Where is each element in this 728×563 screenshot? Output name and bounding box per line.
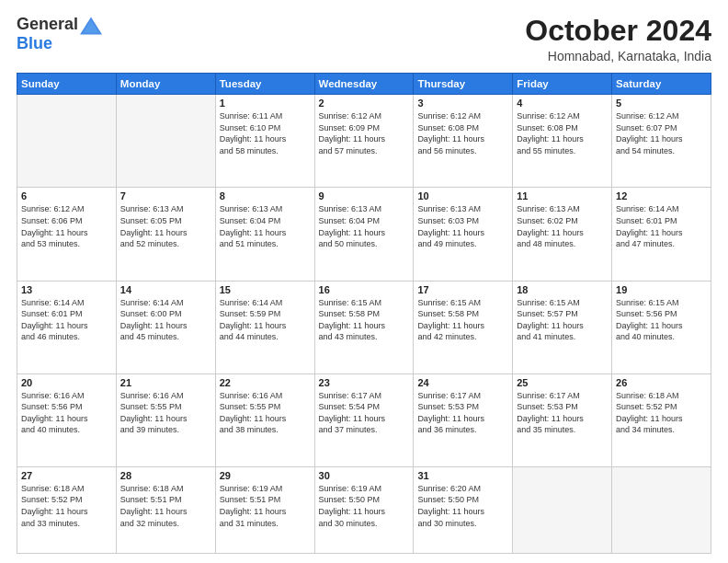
day-info: Sunrise: 6:13 AM Sunset: 6:02 PM Dayligh… [517,203,608,249]
calendar-cell: 19Sunrise: 6:15 AM Sunset: 5:56 PM Dayli… [612,281,711,373]
calendar-cell [116,95,215,188]
day-info: Sunrise: 6:17 AM Sunset: 5:53 PM Dayligh… [417,390,508,436]
calendar-cell: 21Sunrise: 6:16 AM Sunset: 5:55 PM Dayli… [116,373,215,466]
day-number: 12 [616,190,707,201]
day-number: 22 [220,377,311,388]
day-number: 26 [616,377,707,388]
calendar-cell: 28Sunrise: 6:18 AM Sunset: 5:51 PM Dayli… [116,466,215,553]
weekday-tuesday: Tuesday [215,74,314,95]
location: Homnabad, Karnataka, India [525,49,711,63]
week-row-1: 1Sunrise: 6:11 AM Sunset: 6:10 PM Daylig… [17,95,711,188]
day-info: Sunrise: 6:18 AM Sunset: 5:52 PM Dayligh… [616,390,707,436]
calendar-cell: 11Sunrise: 6:13 AM Sunset: 6:02 PM Dayli… [513,188,612,281]
day-info: Sunrise: 6:17 AM Sunset: 5:54 PM Dayligh… [319,390,410,436]
header: General Blue October 2024 Homnabad, Karn… [17,15,711,63]
day-info: Sunrise: 6:12 AM Sunset: 6:08 PM Dayligh… [517,110,608,156]
calendar-cell: 1Sunrise: 6:11 AM Sunset: 6:10 PM Daylig… [215,95,314,188]
day-number: 8 [220,190,311,201]
day-number: 29 [220,470,311,481]
calendar-cell: 2Sunrise: 6:12 AM Sunset: 6:09 PM Daylig… [314,95,414,188]
calendar-cell: 14Sunrise: 6:14 AM Sunset: 6:00 PM Dayli… [116,281,215,373]
day-info: Sunrise: 6:12 AM Sunset: 6:09 PM Dayligh… [319,110,410,156]
calendar-cell: 24Sunrise: 6:17 AM Sunset: 5:53 PM Dayli… [414,373,513,466]
day-number: 16 [319,284,410,295]
calendar-cell: 29Sunrise: 6:19 AM Sunset: 5:51 PM Dayli… [215,466,314,553]
day-number: 10 [417,190,508,201]
day-number: 24 [417,377,508,388]
calendar-cell: 27Sunrise: 6:18 AM Sunset: 5:52 PM Dayli… [17,466,117,553]
day-number: 11 [517,190,608,201]
calendar-cell: 12Sunrise: 6:14 AM Sunset: 6:01 PM Dayli… [612,188,711,281]
day-number: 3 [417,98,508,109]
calendar-cell: 6Sunrise: 6:12 AM Sunset: 6:06 PM Daylig… [17,188,117,281]
calendar-cell: 5Sunrise: 6:12 AM Sunset: 6:07 PM Daylig… [612,95,711,188]
calendar-cell: 4Sunrise: 6:12 AM Sunset: 6:08 PM Daylig… [513,95,612,188]
logo-blue-text: Blue [17,34,52,52]
day-info: Sunrise: 6:11 AM Sunset: 6:10 PM Dayligh… [220,110,311,156]
week-row-4: 20Sunrise: 6:16 AM Sunset: 5:56 PM Dayli… [17,373,711,466]
day-info: Sunrise: 6:19 AM Sunset: 5:50 PM Dayligh… [319,483,410,529]
page: General Blue October 2024 Homnabad, Karn… [0,0,728,563]
day-number: 14 [120,284,211,295]
calendar-cell: 9Sunrise: 6:13 AM Sunset: 6:04 PM Daylig… [314,188,414,281]
day-info: Sunrise: 6:12 AM Sunset: 6:06 PM Dayligh… [21,203,112,249]
day-info: Sunrise: 6:12 AM Sunset: 6:07 PM Dayligh… [616,110,707,156]
weekday-header-row: SundayMondayTuesdayWednesdayThursdayFrid… [17,74,711,95]
calendar-cell: 31Sunrise: 6:20 AM Sunset: 5:50 PM Dayli… [414,466,513,553]
day-info: Sunrise: 6:15 AM Sunset: 5:57 PM Dayligh… [517,297,608,343]
day-info: Sunrise: 6:16 AM Sunset: 5:55 PM Dayligh… [120,390,211,436]
day-number: 4 [517,98,608,109]
day-info: Sunrise: 6:13 AM Sunset: 6:05 PM Dayligh… [120,203,211,249]
day-info: Sunrise: 6:17 AM Sunset: 5:53 PM Dayligh… [517,390,608,436]
day-number: 31 [417,470,508,481]
day-info: Sunrise: 6:15 AM Sunset: 5:56 PM Dayligh… [616,297,707,343]
calendar-cell [513,466,612,553]
day-number: 2 [319,98,410,109]
day-number: 17 [417,284,508,295]
calendar-cell: 3Sunrise: 6:12 AM Sunset: 6:08 PM Daylig… [414,95,513,188]
day-number: 21 [120,377,211,388]
day-number: 27 [21,470,112,481]
day-number: 20 [21,377,112,388]
day-number: 9 [319,190,410,201]
day-number: 25 [517,377,608,388]
weekday-friday: Friday [513,74,612,95]
calendar-cell: 18Sunrise: 6:15 AM Sunset: 5:57 PM Dayli… [513,281,612,373]
day-info: Sunrise: 6:20 AM Sunset: 5:50 PM Dayligh… [417,483,508,529]
day-info: Sunrise: 6:15 AM Sunset: 5:58 PM Dayligh… [417,297,508,343]
logo: General Blue [17,15,102,53]
week-row-3: 13Sunrise: 6:14 AM Sunset: 6:01 PM Dayli… [17,281,711,373]
weekday-monday: Monday [116,74,215,95]
day-info: Sunrise: 6:16 AM Sunset: 5:56 PM Dayligh… [21,390,112,436]
day-info: Sunrise: 6:14 AM Sunset: 6:01 PM Dayligh… [21,297,112,343]
calendar-table: SundayMondayTuesdayWednesdayThursdayFrid… [17,73,711,554]
title-block: October 2024 Homnabad, Karnataka, India [525,15,711,63]
day-info: Sunrise: 6:18 AM Sunset: 5:51 PM Dayligh… [120,483,211,529]
calendar-cell: 16Sunrise: 6:15 AM Sunset: 5:58 PM Dayli… [314,281,414,373]
calendar-cell: 15Sunrise: 6:14 AM Sunset: 5:59 PM Dayli… [215,281,314,373]
calendar-cell: 13Sunrise: 6:14 AM Sunset: 6:01 PM Dayli… [17,281,117,373]
week-row-2: 6Sunrise: 6:12 AM Sunset: 6:06 PM Daylig… [17,188,711,281]
calendar-cell: 30Sunrise: 6:19 AM Sunset: 5:50 PM Dayli… [314,466,414,553]
day-number: 28 [120,470,211,481]
calendar-cell: 23Sunrise: 6:17 AM Sunset: 5:54 PM Dayli… [314,373,414,466]
day-info: Sunrise: 6:15 AM Sunset: 5:58 PM Dayligh… [319,297,410,343]
day-info: Sunrise: 6:13 AM Sunset: 6:04 PM Dayligh… [220,203,311,249]
calendar-cell: 20Sunrise: 6:16 AM Sunset: 5:56 PM Dayli… [17,373,117,466]
calendar-cell: 10Sunrise: 6:13 AM Sunset: 6:03 PM Dayli… [414,188,513,281]
calendar-cell [17,95,117,188]
day-info: Sunrise: 6:14 AM Sunset: 6:01 PM Dayligh… [616,203,707,249]
calendar-cell [612,466,711,553]
day-info: Sunrise: 6:12 AM Sunset: 6:08 PM Dayligh… [417,110,508,156]
calendar-cell: 8Sunrise: 6:13 AM Sunset: 6:04 PM Daylig… [215,188,314,281]
day-number: 7 [120,190,211,201]
day-info: Sunrise: 6:14 AM Sunset: 6:00 PM Dayligh… [120,297,211,343]
day-number: 23 [319,377,410,388]
calendar-cell: 25Sunrise: 6:17 AM Sunset: 5:53 PM Dayli… [513,373,612,466]
day-number: 15 [220,284,311,295]
calendar-cell: 26Sunrise: 6:18 AM Sunset: 5:52 PM Dayli… [612,373,711,466]
day-info: Sunrise: 6:19 AM Sunset: 5:51 PM Dayligh… [220,483,311,529]
month-title: October 2024 [525,15,711,47]
day-number: 13 [21,284,112,295]
day-number: 6 [21,190,112,201]
